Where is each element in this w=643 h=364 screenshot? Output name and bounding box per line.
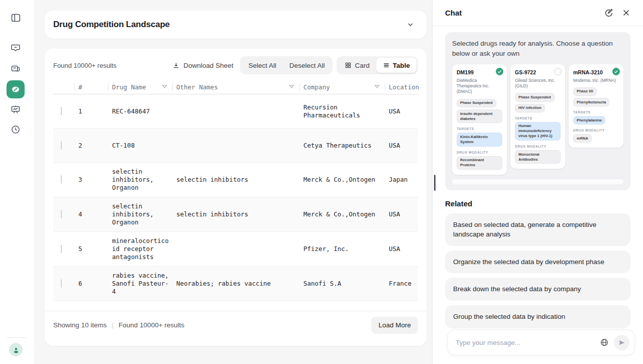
user-avatar[interactable] (9, 343, 23, 356)
chat-nav-button[interactable] (7, 39, 25, 57)
drug-card[interactable]: DM199 DiaMedica Therapeutics Inc. (DMAC)… (452, 64, 507, 175)
suggestions-list: Based on selected data, generate a compe… (445, 213, 630, 328)
chat-scrollbar-thumb[interactable] (434, 175, 436, 191)
table-row: 1 REC-648647 Recursion Pharmaceuticals U… (53, 94, 418, 129)
location-cell: USA (385, 137, 418, 155)
column-header-other-names: Other Names (172, 80, 299, 94)
selection-controls: Select All Deselect All (240, 56, 333, 74)
table-view-button[interactable]: Table (376, 58, 416, 73)
sidebar-toggle-button[interactable] (7, 9, 25, 27)
modality-label: DRUG MODALITY (515, 145, 561, 148)
row-checkbox[interactable] (61, 245, 62, 253)
table-footer: Showing 10 items | Found 10000+ results … (45, 311, 426, 346)
suggested-question[interactable]: Break down the selected data by company (445, 278, 630, 301)
pill-icon (10, 84, 21, 95)
location-cell: USA (385, 205, 418, 223)
drug-card-badges: Phase I/IIPhenylketonuria (573, 87, 619, 106)
other-names-cell (172, 244, 299, 254)
new-chat-icon[interactable] (604, 9, 613, 18)
footer-separator: | (112, 321, 114, 329)
modality-label: DRUG MODALITY (573, 129, 619, 132)
badge-pill: Phase Suspended (515, 93, 555, 101)
presentation-nav-button[interactable] (7, 100, 25, 118)
column-header-number: # (74, 80, 108, 94)
other-names-cell: selectin inhibitors (172, 171, 299, 189)
row-number-cell: 6 (74, 275, 108, 293)
drug-name-cell: REC-648647 (108, 102, 172, 120)
grid-icon (345, 62, 352, 69)
location-cell: France (385, 275, 418, 293)
download-icon (172, 62, 180, 69)
company-cell: Pfizer, Inc. (299, 240, 385, 258)
drug-card-checkbox[interactable] (496, 68, 503, 75)
other-names-cell: Neorabies; rabies vaccine (172, 275, 299, 293)
person-icon (12, 346, 20, 354)
other-names-cell: selectin inhibitors (172, 205, 299, 223)
targets-label: TARGETS (515, 116, 561, 120)
history-nav-button[interactable] (7, 120, 25, 139)
row-checkbox[interactable] (61, 279, 62, 288)
row-checkbox[interactable] (61, 107, 62, 115)
table-row: 6 rabies vaccine, Sanofi Pasteur-4 Neora… (53, 267, 418, 301)
sidebar-divider (7, 337, 26, 338)
globe-icon[interactable] (600, 338, 609, 347)
suggested-question[interactable]: Group the selected data by indication (445, 305, 630, 328)
chat-bubble-icon (11, 43, 21, 53)
row-checkbox[interactable] (61, 210, 62, 218)
download-sheet-button[interactable]: Download Sheet (169, 62, 236, 69)
badge-pill: Phase Suspended (457, 99, 496, 107)
targets-label: TARGETS (573, 110, 619, 114)
drug-name-cell: rabies vaccine, Sanofi Pasteur-4 (108, 267, 172, 301)
close-icon[interactable] (622, 9, 630, 17)
drug-card-targets: Phenylalanine (573, 116, 619, 125)
drug-card-checkbox[interactable] (554, 68, 562, 75)
drug-cards-scrollbar[interactable] (452, 179, 623, 184)
drug-cards-row: DM199 DiaMedica Therapeutics Inc. (DMAC)… (452, 64, 623, 175)
row-checkbox-cell (53, 240, 74, 258)
row-checkbox[interactable] (61, 175, 62, 184)
load-more-button[interactable]: Load More (371, 317, 418, 334)
send-button[interactable] (614, 335, 629, 350)
table-toolbar: Found 10000+ results Download Sheet Sele… (53, 56, 418, 74)
card-view-button[interactable]: Card (338, 58, 376, 73)
target-pill: Kinin-Kallikrein System (457, 133, 502, 146)
row-checkbox-cell (53, 137, 74, 155)
drug-card-modality: Recombinant Proteins (457, 156, 502, 170)
drug-card-badges: Phase SuspendedInsulin dependent diabete… (457, 99, 502, 123)
drug-card-checkbox[interactable] (612, 68, 620, 75)
filter-icon[interactable] (374, 84, 380, 90)
row-checkbox[interactable] (61, 141, 62, 150)
drug-card[interactable]: mRNA-3210 Moderna, Inc. (MRNA) Phase I/I… (569, 64, 623, 148)
column-header-company: Company (299, 80, 385, 94)
drug-card-modality: mRNA (573, 134, 619, 143)
news-nav-button[interactable] (7, 60, 25, 78)
drug-card-targets: Kinin-Kallikrein System (457, 133, 502, 146)
sidebar-toggle-icon (11, 13, 21, 23)
select-all-button[interactable]: Select All (242, 58, 283, 73)
drug-card[interactable]: GS-9722 Gilead Sciences, Inc. (GILD) Pha… (510, 64, 565, 169)
filter-icon[interactable] (162, 84, 167, 90)
suggested-question[interactable]: Based on selected data, generate a compe… (445, 213, 630, 246)
drugs-nav-button-active[interactable] (7, 80, 25, 98)
main-area: Drug Competition Landscape Found 10000+ … (34, 0, 432, 364)
filter-icon[interactable] (289, 84, 294, 90)
target-pill: Human immunodeficiency virus type 1 (HIV… (515, 122, 561, 141)
chat-body: Selected drugs ready for analysis. Choos… (433, 26, 643, 328)
collapse-chevron-icon[interactable] (406, 21, 414, 29)
page-header-card: Drug Competition Landscape (45, 11, 426, 39)
drug-name-cell: selectin inhibitors, Organon (108, 197, 172, 231)
badge-pill: Phenylketonuria (573, 98, 609, 106)
company-cell: Recursion Pharmaceuticals (299, 98, 385, 125)
row-number-cell: 2 (74, 137, 108, 155)
table-header-row: # Drug Name Other Names Company Location (53, 80, 418, 94)
deselect-all-button[interactable]: Deselect All (283, 58, 332, 73)
row-checkbox-cell (53, 275, 74, 293)
assistant-message-text: Selected drugs ready for analysis. Choos… (452, 39, 623, 59)
location-cell: USA (385, 102, 418, 120)
chat-message-input[interactable] (456, 339, 600, 346)
other-names-cell (172, 141, 299, 151)
table-row: 5 mineralocorticoid receptor antagonists… (53, 232, 418, 267)
chat-panel: Chat Selected drugs ready for analysis. … (432, 0, 643, 364)
suggested-question[interactable]: Organize the selected data by developmen… (445, 251, 630, 274)
results-count: Found 10000+ results (53, 62, 117, 69)
